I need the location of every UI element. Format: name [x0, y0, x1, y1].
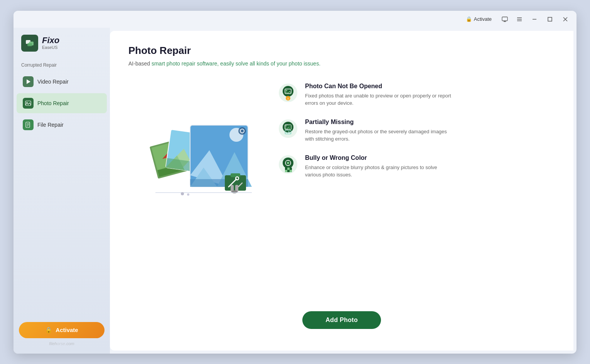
svg-point-71 — [287, 162, 289, 164]
activate-sidebar-label: Activate — [56, 327, 78, 333]
logo-text: Fixo EaseUS — [42, 36, 59, 50]
activate-lock-icon: 🔒 — [45, 327, 52, 334]
page-subtitle: AI-based smart photo repair software, ea… — [128, 60, 555, 67]
title-bar: 🔒 Activate — [13, 11, 577, 28]
add-photo-section: Add Photo — [128, 311, 555, 337]
feature-partially-missing-text: Partially Missing Restore the grayed-out… — [305, 119, 452, 143]
svg-point-66 — [286, 125, 287, 126]
svg-point-54 — [181, 192, 184, 195]
filehorse-watermark: filehorse.com — [19, 341, 105, 346]
activate-top-button[interactable]: 🔒 Activate — [463, 15, 495, 23]
feature-cannot-open-desc: Fixed photos that are unable to preview … — [305, 92, 452, 107]
svg-text:!: ! — [288, 97, 289, 101]
content-body: ! Photo Can Not Be Opened Fixed photos t… — [128, 79, 555, 296]
svg-rect-77 — [287, 168, 290, 170]
lock-icon: 🔒 — [466, 16, 472, 22]
feature-bully-color-desc: Enhance or colorize blurry photos & grai… — [305, 164, 452, 179]
sidebar-bottom: 🔒 Activate filehorse.com — [13, 322, 110, 346]
photo-repair-label: Photo Repair — [37, 100, 69, 106]
sidebar: Fixo EaseUS Corrupted Repair Video Repai… — [13, 28, 110, 354]
svg-point-52 — [231, 190, 238, 193]
svg-marker-14 — [27, 79, 30, 84]
sidebar-item-file[interactable]: File Repair — [17, 115, 107, 135]
menu-icon[interactable] — [515, 15, 524, 24]
svg-point-55 — [187, 193, 189, 196]
illustration-area — [128, 79, 260, 202]
cannot-open-icon-wrap: ! — [278, 83, 298, 103]
title-bar-actions: 🔒 Activate — [463, 14, 570, 24]
file-repair-label: File Repair — [37, 122, 64, 128]
activate-sidebar-button[interactable]: 🔒 Activate — [19, 322, 105, 338]
main-layout: Fixo EaseUS Corrupted Repair Video Repai… — [13, 28, 577, 354]
feature-partially-missing: Partially Missing Restore the grayed-out… — [278, 119, 555, 143]
svg-point-59 — [286, 90, 287, 91]
content-area: Photo Repair AI-based smart photo repair… — [110, 31, 573, 351]
svg-point-57 — [283, 86, 293, 97]
svg-rect-46 — [231, 173, 240, 177]
close-button[interactable] — [560, 14, 570, 24]
partially-missing-icon-wrap — [278, 119, 298, 139]
svg-point-16 — [27, 102, 28, 103]
svg-rect-65 — [288, 125, 291, 129]
svg-rect-78 — [290, 168, 292, 170]
sidebar-item-photo[interactable]: Photo Repair — [17, 93, 107, 113]
svg-rect-13 — [27, 43, 32, 46]
svg-rect-15 — [25, 101, 31, 106]
feature-cannot-open: ! Photo Can Not Be Opened Fixed photos t… — [278, 83, 555, 107]
feature-bully-color-title: Bully or Wrong Color — [305, 154, 452, 161]
maximize-button[interactable] — [545, 14, 555, 24]
svg-rect-0 — [502, 17, 507, 21]
feature-bully-color-text: Bully or Wrong Color Enhance or colorize… — [305, 154, 452, 179]
subtitle-highlight: smart photo repair software, easily solv… — [152, 60, 320, 67]
svg-point-43 — [238, 127, 246, 135]
feature-cannot-open-title: Photo Can Not Be Opened — [305, 83, 452, 90]
bully-color-icon-wrap — [278, 154, 298, 174]
minimize-button[interactable] — [529, 14, 539, 24]
logo-icon — [21, 35, 38, 52]
page-title: Photo Repair — [128, 45, 555, 57]
feature-partially-missing-desc: Restore the grayed-out photos or the sev… — [305, 128, 452, 143]
add-photo-button[interactable]: Add Photo — [302, 311, 381, 329]
video-repair-label: Video Repair — [37, 79, 69, 85]
app-name: Fixo — [42, 36, 59, 45]
svg-rect-76 — [285, 168, 287, 170]
section-label: Corrupted Repair — [13, 62, 110, 71]
sidebar-item-video[interactable]: Video Repair — [17, 72, 107, 92]
feature-cannot-open-text: Photo Can Not Be Opened Fixed photos tha… — [305, 83, 452, 107]
display-icon[interactable] — [500, 15, 509, 24]
feature-partially-missing-title: Partially Missing — [305, 119, 452, 126]
svg-rect-79 — [285, 170, 287, 172]
photo-icon — [23, 98, 34, 109]
features-list: ! Photo Can Not Be Opened Fixed photos t… — [278, 79, 555, 179]
svg-rect-80 — [287, 170, 290, 172]
activate-top-label: Activate — [474, 16, 492, 22]
file-icon — [23, 119, 34, 130]
video-icon — [23, 76, 34, 87]
feature-bully-color: Bully or Wrong Color Enhance or colorize… — [278, 154, 555, 179]
svg-rect-7 — [548, 17, 552, 21]
logo-area: Fixo EaseUS — [13, 28, 110, 61]
svg-rect-81 — [290, 170, 292, 172]
app-window: 🔒 Activate — [13, 11, 577, 354]
app-sub: EaseUS — [42, 45, 59, 50]
